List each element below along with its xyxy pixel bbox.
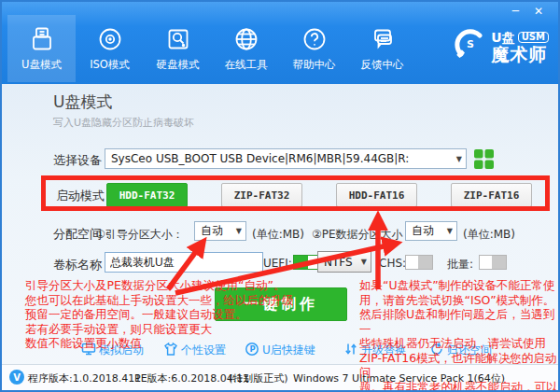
personal-settings-button[interactable]: 个性设置 [163,342,226,359]
action-label: 归还空间 [447,343,492,358]
app-window: ─ ✕ U盘模式 ISO模式 [0,0,560,392]
tab-online-tools[interactable]: 在线工具 [212,15,280,82]
tab-usb-mode[interactable]: U盘模式 [7,15,76,82]
os-text: Windows 7 Ultimate Service Pack 1(64位) [293,371,505,385]
action-label: 升级替换 [361,343,406,358]
magnet-icon: S [452,26,485,67]
filesystem-select[interactable]: NTFS ▼ [317,251,371,273]
dropdown-arrow-icon: ▼ [447,227,453,235]
refresh-device-button[interactable] [474,149,494,173]
page-title: U盘模式 [53,91,112,113]
status-bar: V 程序版本:1.0.2018.411 PE版本:6.0.2018.04.11 … [2,364,558,390]
filesystem-value: NTFS [324,256,353,269]
action-label: 模拟启动 [99,343,144,358]
minimize-button[interactable]: ─ [512,4,519,19]
toolbar: ─ ✕ U盘模式 ISO模式 [2,2,558,84]
monitor-icon [81,342,99,359]
tab-label: 在线工具 [225,58,268,72]
boot-mode-hdd-fat32[interactable]: HDD-FAT32 [106,183,188,207]
edition-text: (特别版正式) [229,371,288,385]
tab-hdd-mode[interactable]: 硬盘模式 [144,15,212,82]
program-version: 程序版本:1.0.2018.411 [28,371,141,385]
boot-mode-zip-fat32[interactable]: ZIP-FAT32 [221,183,302,207]
boot-partition-label: ①引导分区大小： [95,227,184,243]
boot-partition-size-value: 自动 [201,223,223,239]
chs-toggle[interactable] [405,255,433,270]
tab-label: U盘模式 [21,58,62,72]
uefi-label: UEFI: [263,257,292,270]
chs-label: CHS: [379,257,406,270]
action-label: U启快捷键 [262,343,315,358]
upgrade-replace-button[interactable]: 升级替换 [343,342,406,359]
logo-line2: 魔术师 [491,46,549,63]
circular-arrow-icon [429,342,447,359]
tab-iso-mode[interactable]: ISO模式 [76,15,144,82]
boot-mode-hdd-fat16[interactable]: HDD-FAT16 [336,183,417,207]
boot-partition-size-select[interactable]: 自动 ▼ [194,221,246,241]
return-space-button[interactable]: 归还空间 [429,342,492,359]
simulate-boot-button[interactable]: 模拟启动 [81,342,144,359]
close-button[interactable]: ✕ [534,4,543,19]
hotkey-circle-icon: P [245,342,262,359]
logo-line1: U盘 [491,31,514,44]
toolbar-tabs: U盘模式 ISO模式 硬盘模式 [7,15,416,82]
dropdown-arrow-icon: ▼ [456,155,462,163]
batch-toggle[interactable] [479,255,507,270]
tab-help-center[interactable]: 帮助中心 [280,15,348,82]
tab-label: 帮助中心 [293,58,336,72]
one-key-make-button[interactable]: 一键制作 [215,287,347,321]
device-select-value: SysCeo USB_BOOT USB Device|RM6|MBR|59.44… [111,152,409,165]
usb-drive-icon [28,25,56,53]
device-select[interactable]: SysCeo USB_BOOT USB Device|RM6|MBR|59.44… [105,148,467,169]
svg-text:S: S [467,38,474,50]
boot-partition-unit: (单位:MB) [252,227,304,243]
hard-disk-icon [164,25,192,53]
up-down-arrows-icon [343,342,361,359]
svg-text:P: P [250,344,256,354]
volume-name-input[interactable] [105,252,263,273]
globe-icon [232,25,260,53]
tab-label: 反馈中心 [361,58,404,72]
hotkey-button[interactable]: P U启快捷键 [245,342,315,359]
tshirt-icon [163,342,181,359]
boot-mode-zip-fat16[interactable]: ZIP-FAT16 [451,183,532,207]
action-label: 个性设置 [181,343,226,358]
dropdown-arrow-icon: ▼ [361,258,367,266]
iso-disc-icon [96,25,124,53]
logo-badge: USM [518,32,549,43]
pe-partition-unit: (单位:MB) [463,227,515,243]
chat-bubbles-icon [369,25,397,53]
question-mark-icon [301,25,329,53]
tab-label: ISO模式 [90,58,130,72]
boot-mode-options: HDD-FAT32 ZIP-FAT32 HDD-FAT16 ZIP-FAT16 [106,183,532,207]
pe-partition-size-select[interactable]: 自动 ▼ [405,221,457,241]
app-logo: S U盘 USM 魔术师 [452,26,549,67]
tab-feedback-center[interactable]: 反馈中心 [348,15,416,82]
dropdown-arrow-icon: ▼ [236,227,242,235]
version-badge-icon: V [9,370,24,385]
tab-label: 硬盘模式 [157,58,200,72]
page-subtitle: 写入U盘隐藏分区防止病毒破坏 [53,116,194,130]
batch-label: 批量: [447,257,473,273]
pe-partition-label: ②PE数据分区大小 [312,227,403,243]
pe-partition-size-value: 自动 [412,223,434,239]
